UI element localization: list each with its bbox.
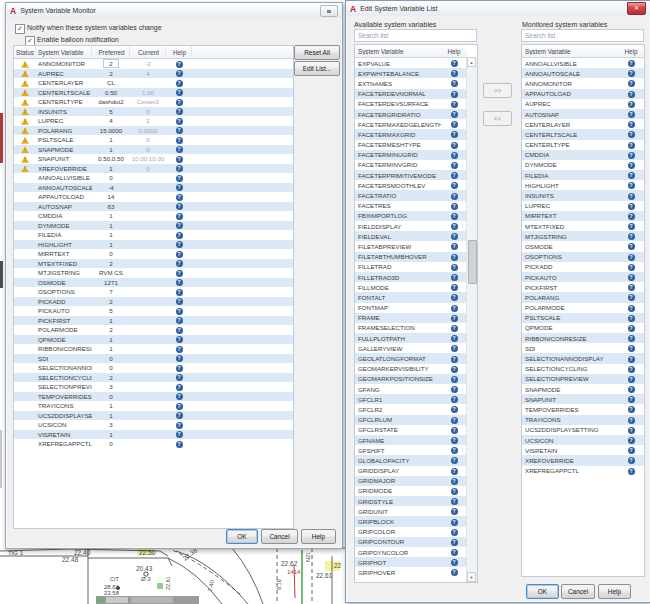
help-icon[interactable]: ? <box>176 270 183 277</box>
help-icon[interactable]: ? <box>176 241 183 248</box>
help-icon[interactable]: ? <box>451 427 458 434</box>
help-icon[interactable]: ? <box>176 251 183 258</box>
cancel-button[interactable]: Cancel <box>261 529 298 544</box>
preferred-edit-box[interactable]: 2 <box>103 59 118 68</box>
help-icon[interactable]: ? <box>628 142 635 149</box>
table-row[interactable]: !LUPREC42? <box>14 116 293 126</box>
help-icon[interactable]: ? <box>628 427 635 434</box>
list-item[interactable]: FACETERDEVNORMAL? <box>355 89 467 99</box>
table-row[interactable]: ANNOALLVISIBLE0? <box>14 173 293 183</box>
help-icon[interactable]: ? <box>451 447 458 454</box>
table-row[interactable]: TRAYICONS1? <box>14 401 293 411</box>
table-row[interactable]: APPAUTOLOAD14? <box>14 192 293 202</box>
help-icon[interactable]: ? <box>451 101 458 108</box>
list-item[interactable]: MTEXTFIXED? <box>522 221 644 231</box>
list-item[interactable]: MTJIGSTRING? <box>522 231 644 241</box>
list-item[interactable]: UCS2DDISPLAYSETTING? <box>522 425 644 435</box>
help-icon[interactable]: ? <box>451 478 458 485</box>
help-icon[interactable]: ? <box>451 142 458 149</box>
help-icon[interactable]: ? <box>628 60 635 67</box>
reset-all-button[interactable]: Reset All <box>294 45 340 60</box>
window-button[interactable] <box>320 5 338 17</box>
list-item[interactable]: FACETERMAXGRID? <box>355 129 467 139</box>
help-icon[interactable]: ? <box>628 152 635 159</box>
list-item[interactable]: ANNOAUTOSCALE? <box>522 68 644 78</box>
list-item[interactable]: POLARMODE? <box>522 303 644 313</box>
help-icon[interactable]: ? <box>628 366 635 373</box>
list-item[interactable]: FACETRES? <box>355 201 467 211</box>
help-icon[interactable]: ? <box>451 498 458 505</box>
help-icon[interactable]: ? <box>451 91 458 98</box>
help-icon[interactable]: ? <box>176 232 183 239</box>
help-icon[interactable]: ? <box>628 203 635 210</box>
help-icon[interactable]: ? <box>451 457 458 464</box>
list-item[interactable]: FACETERMINUGRID? <box>355 150 467 160</box>
list-item[interactable]: GRIPCONTOUR? <box>355 537 467 547</box>
table-row[interactable]: !XREFOVERRIDE10? <box>14 164 293 174</box>
list-item[interactable]: SNAPMODE? <box>522 384 644 394</box>
list-item[interactable]: GEOMARKPOSITIONSIZE? <box>355 374 467 384</box>
help-icon[interactable]: ? <box>628 406 635 413</box>
help-icon[interactable]: ? <box>628 386 635 393</box>
help-icon[interactable]: ? <box>176 156 183 163</box>
table-row[interactable]: !PSLTSCALE10? <box>14 135 293 145</box>
table-row[interactable]: SELECTIONANNODISPI0? <box>14 363 293 373</box>
help-icon[interactable]: ? <box>628 91 635 98</box>
list-item[interactable]: FILETABPREVIEW? <box>355 241 467 251</box>
list-item[interactable]: GRIPHOT? <box>355 557 467 567</box>
help-icon[interactable]: ? <box>451 121 458 128</box>
list-item[interactable]: GRIDUNIT? <box>355 506 467 516</box>
help-icon[interactable]: ? <box>628 101 635 108</box>
help-icon[interactable]: ? <box>451 274 458 281</box>
table-row[interactable]: !INSUNITS50? <box>14 107 293 117</box>
help-icon[interactable]: ? <box>451 162 458 169</box>
list-item[interactable]: GFNAME? <box>355 435 467 445</box>
list-item[interactable]: POLARANG? <box>522 292 644 302</box>
column-variable[interactable]: System Variable <box>36 46 92 58</box>
table-row[interactable]: SDI0? <box>14 354 293 364</box>
list-item[interactable]: OSMODE? <box>522 241 644 251</box>
list-item[interactable]: FRAMESELECTION? <box>355 323 467 333</box>
help-icon[interactable]: ? <box>176 431 183 438</box>
help-icon[interactable]: ? <box>451 305 458 312</box>
list-item[interactable]: FIELDEVAL? <box>355 231 467 241</box>
help-icon[interactable]: ? <box>451 264 458 271</box>
list-item[interactable]: HIGHLIGHT? <box>522 180 644 190</box>
help-icon[interactable]: ? <box>176 327 183 334</box>
help-icon[interactable]: ? <box>451 243 458 250</box>
help-icon[interactable]: ? <box>628 457 635 464</box>
table-row[interactable]: PICKAUTO5? <box>14 306 293 316</box>
list-item[interactable]: FILLMODE? <box>355 282 467 292</box>
help-icon[interactable]: ? <box>176 108 183 115</box>
table-row[interactable]: MTEXTFIXED2? <box>14 259 293 269</box>
move-right-button[interactable]: >> <box>483 83 512 98</box>
table-row[interactable]: POLARMODE2? <box>14 325 293 335</box>
list-item[interactable]: FILEDIA? <box>522 170 644 180</box>
help-icon[interactable]: ? <box>176 279 183 286</box>
list-item[interactable]: SELECTIONANNODISPLAY? <box>522 353 644 363</box>
help-icon[interactable]: ? <box>451 131 458 138</box>
list-item[interactable]: VISRETAIN? <box>522 445 644 455</box>
list-item[interactable]: PICKAUTO? <box>522 272 644 282</box>
list-item[interactable]: EXPWHITEBALANCE? <box>355 68 467 78</box>
list-item[interactable]: GRIPHOVER? <box>355 567 467 577</box>
help-button[interactable]: Help <box>598 584 631 599</box>
table-row[interactable]: SELECTIONCYCLING2? <box>14 373 293 383</box>
list-item[interactable]: RIBBONICONRESIZE? <box>522 333 644 343</box>
help-icon[interactable]: ? <box>176 384 183 391</box>
list-item[interactable]: GLOBALOPACITY? <box>355 455 467 465</box>
help-icon[interactable]: ? <box>628 172 635 179</box>
table-row[interactable]: !AUPREC24? <box>14 69 293 79</box>
help-icon[interactable]: ? <box>451 345 458 352</box>
table-row[interactable]: UCSICON3? <box>14 420 293 430</box>
list-item[interactable]: GFCLRSTATE? <box>355 425 467 435</box>
help-icon[interactable]: ? <box>628 121 635 128</box>
column-current[interactable]: Current <box>130 46 166 58</box>
list-item[interactable]: QPMODE? <box>522 323 644 333</box>
list-item[interactable]: GFCLRLUM? <box>355 415 467 425</box>
ok-button[interactable]: OK <box>226 529 258 544</box>
title-bar[interactable]: A System Variable Monitor <box>6 3 342 18</box>
help-icon[interactable]: ? <box>176 374 183 381</box>
list-item[interactable]: GFANG? <box>355 384 467 394</box>
help-icon[interactable]: ? <box>451 366 458 373</box>
